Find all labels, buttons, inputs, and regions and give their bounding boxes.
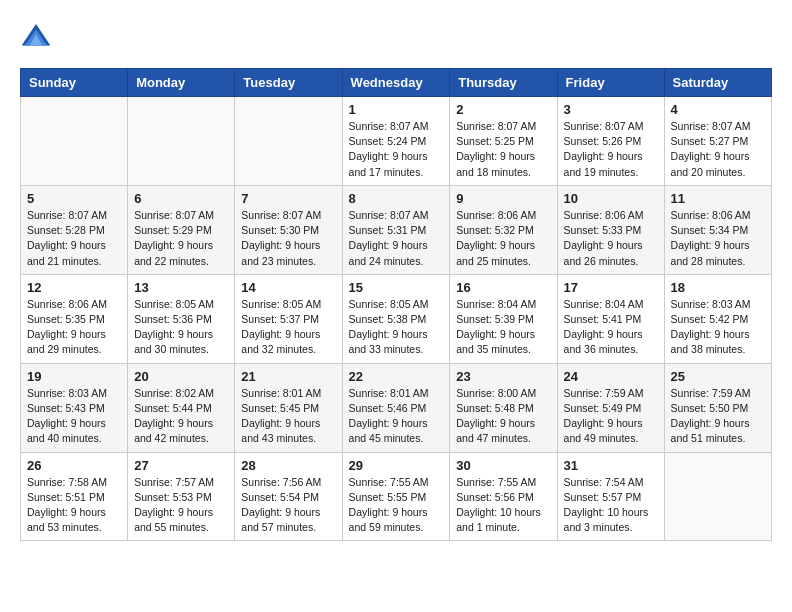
day-info: Sunrise: 8:02 AM Sunset: 5:44 PM Dayligh… (134, 386, 228, 447)
calendar-day-cell: 5Sunrise: 8:07 AM Sunset: 5:28 PM Daylig… (21, 185, 128, 274)
calendar-day-cell: 10Sunrise: 8:06 AM Sunset: 5:33 PM Dayli… (557, 185, 664, 274)
day-number: 31 (564, 458, 658, 473)
day-number: 27 (134, 458, 228, 473)
day-number: 28 (241, 458, 335, 473)
calendar-day-cell: 27Sunrise: 7:57 AM Sunset: 5:53 PM Dayli… (128, 452, 235, 541)
day-number: 23 (456, 369, 550, 384)
calendar-day-cell (235, 97, 342, 186)
day-info: Sunrise: 7:56 AM Sunset: 5:54 PM Dayligh… (241, 475, 335, 536)
calendar-day-cell: 19Sunrise: 8:03 AM Sunset: 5:43 PM Dayli… (21, 363, 128, 452)
logo (20, 20, 56, 52)
day-number: 24 (564, 369, 658, 384)
day-number: 1 (349, 102, 444, 117)
day-number: 9 (456, 191, 550, 206)
day-info: Sunrise: 8:07 AM Sunset: 5:27 PM Dayligh… (671, 119, 765, 180)
calendar-day-cell: 25Sunrise: 7:59 AM Sunset: 5:50 PM Dayli… (664, 363, 771, 452)
day-number: 18 (671, 280, 765, 295)
calendar-day-header: Monday (128, 69, 235, 97)
calendar-day-cell (21, 97, 128, 186)
day-number: 26 (27, 458, 121, 473)
logo-icon (20, 20, 52, 52)
calendar-table: SundayMondayTuesdayWednesdayThursdayFrid… (20, 68, 772, 541)
day-info: Sunrise: 8:03 AM Sunset: 5:42 PM Dayligh… (671, 297, 765, 358)
calendar-day-cell: 8Sunrise: 8:07 AM Sunset: 5:31 PM Daylig… (342, 185, 450, 274)
calendar-week-row: 19Sunrise: 8:03 AM Sunset: 5:43 PM Dayli… (21, 363, 772, 452)
calendar-day-header: Thursday (450, 69, 557, 97)
calendar-day-cell: 29Sunrise: 7:55 AM Sunset: 5:55 PM Dayli… (342, 452, 450, 541)
day-info: Sunrise: 8:05 AM Sunset: 5:36 PM Dayligh… (134, 297, 228, 358)
calendar-day-header: Tuesday (235, 69, 342, 97)
day-info: Sunrise: 8:06 AM Sunset: 5:35 PM Dayligh… (27, 297, 121, 358)
calendar-day-cell: 30Sunrise: 7:55 AM Sunset: 5:56 PM Dayli… (450, 452, 557, 541)
day-number: 17 (564, 280, 658, 295)
calendar-day-cell: 20Sunrise: 8:02 AM Sunset: 5:44 PM Dayli… (128, 363, 235, 452)
calendar-day-cell: 12Sunrise: 8:06 AM Sunset: 5:35 PM Dayli… (21, 274, 128, 363)
day-info: Sunrise: 8:07 AM Sunset: 5:29 PM Dayligh… (134, 208, 228, 269)
day-info: Sunrise: 8:07 AM Sunset: 5:28 PM Dayligh… (27, 208, 121, 269)
day-info: Sunrise: 7:57 AM Sunset: 5:53 PM Dayligh… (134, 475, 228, 536)
calendar-day-cell: 28Sunrise: 7:56 AM Sunset: 5:54 PM Dayli… (235, 452, 342, 541)
calendar-day-cell: 4Sunrise: 8:07 AM Sunset: 5:27 PM Daylig… (664, 97, 771, 186)
calendar-week-row: 5Sunrise: 8:07 AM Sunset: 5:28 PM Daylig… (21, 185, 772, 274)
calendar-day-cell: 24Sunrise: 7:59 AM Sunset: 5:49 PM Dayli… (557, 363, 664, 452)
page-header (20, 20, 772, 52)
day-info: Sunrise: 8:05 AM Sunset: 5:38 PM Dayligh… (349, 297, 444, 358)
day-info: Sunrise: 7:59 AM Sunset: 5:50 PM Dayligh… (671, 386, 765, 447)
calendar-day-cell: 9Sunrise: 8:06 AM Sunset: 5:32 PM Daylig… (450, 185, 557, 274)
day-info: Sunrise: 7:55 AM Sunset: 5:56 PM Dayligh… (456, 475, 550, 536)
day-number: 12 (27, 280, 121, 295)
day-number: 20 (134, 369, 228, 384)
day-info: Sunrise: 8:00 AM Sunset: 5:48 PM Dayligh… (456, 386, 550, 447)
calendar-day-header: Saturday (664, 69, 771, 97)
day-number: 19 (27, 369, 121, 384)
day-number: 13 (134, 280, 228, 295)
calendar-week-row: 26Sunrise: 7:58 AM Sunset: 5:51 PM Dayli… (21, 452, 772, 541)
calendar-day-cell: 6Sunrise: 8:07 AM Sunset: 5:29 PM Daylig… (128, 185, 235, 274)
day-number: 4 (671, 102, 765, 117)
calendar-day-cell: 18Sunrise: 8:03 AM Sunset: 5:42 PM Dayli… (664, 274, 771, 363)
day-number: 30 (456, 458, 550, 473)
calendar-day-header: Sunday (21, 69, 128, 97)
calendar-week-row: 1Sunrise: 8:07 AM Sunset: 5:24 PM Daylig… (21, 97, 772, 186)
calendar-day-cell: 1Sunrise: 8:07 AM Sunset: 5:24 PM Daylig… (342, 97, 450, 186)
day-number: 15 (349, 280, 444, 295)
day-number: 21 (241, 369, 335, 384)
calendar-day-cell (664, 452, 771, 541)
calendar-day-cell: 2Sunrise: 8:07 AM Sunset: 5:25 PM Daylig… (450, 97, 557, 186)
day-info: Sunrise: 8:01 AM Sunset: 5:46 PM Dayligh… (349, 386, 444, 447)
day-info: Sunrise: 8:07 AM Sunset: 5:25 PM Dayligh… (456, 119, 550, 180)
day-number: 8 (349, 191, 444, 206)
calendar-day-cell: 31Sunrise: 7:54 AM Sunset: 5:57 PM Dayli… (557, 452, 664, 541)
calendar-day-cell: 21Sunrise: 8:01 AM Sunset: 5:45 PM Dayli… (235, 363, 342, 452)
calendar-day-header: Wednesday (342, 69, 450, 97)
day-info: Sunrise: 8:03 AM Sunset: 5:43 PM Dayligh… (27, 386, 121, 447)
calendar-day-header: Friday (557, 69, 664, 97)
day-number: 5 (27, 191, 121, 206)
calendar-day-cell: 26Sunrise: 7:58 AM Sunset: 5:51 PM Dayli… (21, 452, 128, 541)
day-number: 14 (241, 280, 335, 295)
calendar-header-row: SundayMondayTuesdayWednesdayThursdayFrid… (21, 69, 772, 97)
day-info: Sunrise: 7:58 AM Sunset: 5:51 PM Dayligh… (27, 475, 121, 536)
calendar-day-cell: 17Sunrise: 8:04 AM Sunset: 5:41 PM Dayli… (557, 274, 664, 363)
day-info: Sunrise: 8:07 AM Sunset: 5:31 PM Dayligh… (349, 208, 444, 269)
calendar-day-cell: 3Sunrise: 8:07 AM Sunset: 5:26 PM Daylig… (557, 97, 664, 186)
calendar-day-cell: 7Sunrise: 8:07 AM Sunset: 5:30 PM Daylig… (235, 185, 342, 274)
day-number: 3 (564, 102, 658, 117)
day-info: Sunrise: 8:07 AM Sunset: 5:24 PM Dayligh… (349, 119, 444, 180)
day-info: Sunrise: 8:06 AM Sunset: 5:33 PM Dayligh… (564, 208, 658, 269)
day-number: 25 (671, 369, 765, 384)
day-number: 10 (564, 191, 658, 206)
day-info: Sunrise: 8:07 AM Sunset: 5:30 PM Dayligh… (241, 208, 335, 269)
day-info: Sunrise: 8:06 AM Sunset: 5:32 PM Dayligh… (456, 208, 550, 269)
calendar-day-cell: 16Sunrise: 8:04 AM Sunset: 5:39 PM Dayli… (450, 274, 557, 363)
day-info: Sunrise: 8:01 AM Sunset: 5:45 PM Dayligh… (241, 386, 335, 447)
day-number: 16 (456, 280, 550, 295)
day-info: Sunrise: 8:07 AM Sunset: 5:26 PM Dayligh… (564, 119, 658, 180)
day-number: 2 (456, 102, 550, 117)
calendar-day-cell: 13Sunrise: 8:05 AM Sunset: 5:36 PM Dayli… (128, 274, 235, 363)
calendar-day-cell: 15Sunrise: 8:05 AM Sunset: 5:38 PM Dayli… (342, 274, 450, 363)
day-number: 11 (671, 191, 765, 206)
calendar-day-cell: 14Sunrise: 8:05 AM Sunset: 5:37 PM Dayli… (235, 274, 342, 363)
day-info: Sunrise: 8:04 AM Sunset: 5:39 PM Dayligh… (456, 297, 550, 358)
day-info: Sunrise: 8:06 AM Sunset: 5:34 PM Dayligh… (671, 208, 765, 269)
